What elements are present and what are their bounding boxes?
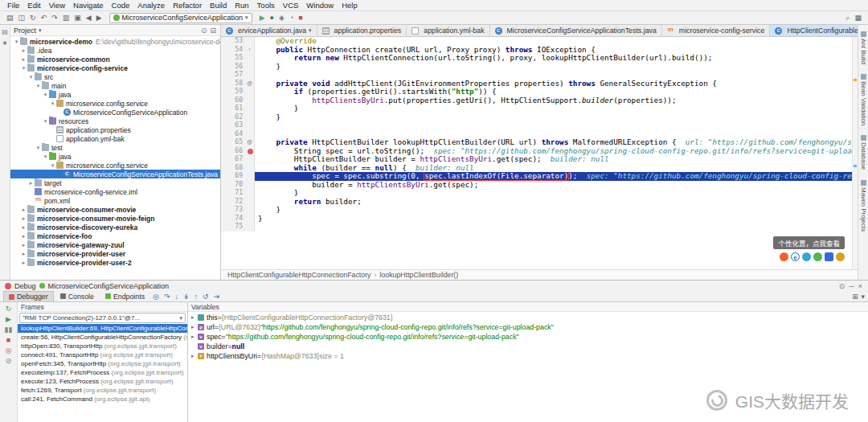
chevron-right-icon[interactable]: ▸ — [191, 351, 198, 361]
chevron-right-icon[interactable]: ▸ — [191, 332, 198, 342]
info-mark[interactable] — [854, 165, 857, 167]
frame-row-executeimp-137[interactable]: executeImp:137, FetchProcess (org.eclips… — [18, 368, 187, 377]
cut-icon[interactable]: ▥ — [61, 12, 72, 24]
debug-tab-endpoints[interactable]: Endpoints — [100, 291, 149, 301]
breakpoint-icon[interactable] — [248, 149, 253, 154]
tree-item-microserviceconfigserviceapplicationtests-java[interactable]: MicroserviceConfigServiceApplicationTest… — [10, 170, 220, 178]
debug-tab-console[interactable]: Console — [55, 291, 99, 301]
tab-microservice-config-service[interactable]: microservice-config-service — [662, 25, 771, 36]
frame-row-httpopen-830[interactable]: httpOpen:830, TransportHttp (org.eclipse… — [18, 342, 187, 350]
resume-icon[interactable]: ▶ — [6, 315, 11, 323]
gutter[interactable] — [245, 164, 255, 173]
chevron-right-icon[interactable]: ▸ — [20, 47, 27, 54]
menu-item-refactor[interactable]: Refactor — [169, 0, 206, 10]
code-text[interactable]: private HttpClientBuilder lookupHttpClie… — [255, 138, 858, 147]
chevron-right-icon[interactable]: ▸ — [191, 322, 198, 332]
gutter[interactable] — [245, 172, 255, 181]
tree-item-microservice-config-service[interactable]: ▾microservice.config.service — [10, 99, 220, 108]
variable-row-url[interactable]: ▸purl = {URL@7632} "https://github.com/f… — [188, 322, 868, 332]
annotation-icon[interactable]: @ — [245, 138, 255, 147]
code-text[interactable] — [255, 130, 858, 139]
pause-icon[interactable]: ▮▮ — [5, 326, 13, 334]
more-options-icon[interactable]: ▾ — [862, 293, 865, 301]
overrides-icon[interactable]: ↑ — [245, 46, 255, 55]
breadcrumb-item-httpclientconfigurablehttpconnectionfactory[interactable]: HttpClientConfigurableHttpConnectionFact… — [227, 271, 371, 279]
code-text[interactable]: } — [255, 189, 858, 198]
code-text[interactable]: httpClientsByUri.put(properties.getUri()… — [255, 96, 858, 105]
menu-item-view[interactable]: View — [45, 0, 69, 10]
thread-selector[interactable]: "RMI TCP Connection(2)-127.0.0.1"@7... ▾ — [19, 313, 186, 323]
code-text[interactable]: } — [255, 206, 858, 215]
chevron-right-icon[interactable]: ▸ — [20, 224, 27, 231]
code-text[interactable]: } — [255, 215, 858, 223]
code-text[interactable]: } — [255, 104, 858, 113]
frame-row-lookuphttpclientbuilder-69[interactable]: lookupHttpClientBuilder:69, HttpClientCo… — [18, 324, 187, 333]
code-text[interactable]: return builder; — [255, 198, 858, 207]
tree-item-microservice-consumer-movie-feign[interactable]: ▸microservice-consumer-movie-feign — [10, 214, 220, 223]
chevron-right-icon[interactable]: ▸ — [20, 56, 27, 63]
chevron-down-icon[interactable]: ▾ — [35, 83, 42, 89]
gutter[interactable] — [245, 54, 255, 63]
menu-item-navigate[interactable]: Navigate — [69, 0, 108, 10]
tree-item-idea[interactable]: ▸.idea — [10, 46, 220, 55]
chevron-right-icon[interactable]: ▸ — [20, 251, 27, 257]
settings-icon[interactable]: ⊙ — [200, 27, 208, 35]
gutter[interactable] — [245, 189, 255, 198]
tree-item-microservice-foo[interactable]: ▸microservice-foo — [10, 231, 220, 240]
code-text[interactable] — [255, 121, 858, 130]
frame-row-call-241[interactable]: call:241, FetchCommand (org.eclipse.jgit… — [18, 395, 187, 404]
code-text[interactable]: private void addHttpClient(JGitEnvironme… — [255, 80, 858, 88]
gutter[interactable] — [245, 71, 255, 80]
code-text[interactable]: if (properties.getUri().startsWith("http… — [255, 88, 858, 96]
tree-item-microserviceconfigserviceapplication[interactable]: MicroserviceConfigServiceApplication — [10, 108, 220, 117]
chevron-down-icon[interactable]: ▾ — [35, 145, 42, 151]
promo-icon-swirl[interactable] — [780, 252, 788, 261]
close-icon[interactable]: × — [858, 282, 863, 290]
tree-item-java[interactable]: ▾java — [10, 90, 220, 99]
coverage-icon[interactable]: ◈ — [277, 12, 286, 24]
stop-icon[interactable]: ■ — [6, 336, 10, 344]
run-config-combo[interactable]: MicroserviceConfigServiceApplication ▾ — [109, 13, 252, 23]
gutter[interactable] — [245, 215, 255, 223]
tree-item-microservice-config-service[interactable]: ▾microservice-config-service — [10, 64, 220, 72]
sync-icon[interactable]: ↻ — [28, 12, 38, 24]
redo-icon[interactable]: ↷ — [50, 12, 59, 24]
code-text[interactable]: @Override — [255, 37, 858, 46]
chevron-down-icon[interactable]: ▾ — [20, 65, 27, 72]
chevron-down-icon[interactable]: ▾ — [27, 74, 35, 80]
chevron-down-icon[interactable]: ▾ — [39, 27, 42, 34]
tree-item-microservice-discovery-eureka[interactable]: ▸microservice-discovery-eureka — [10, 223, 220, 231]
tree-item-microservice-gateway-zuul[interactable]: ▸microservice-gateway-zuul — [10, 240, 220, 249]
promo-icon-gold[interactable] — [836, 252, 845, 261]
tree-item-microservice-config-service[interactable]: ▾microservice.config.service — [10, 161, 220, 170]
tree-item-java[interactable]: ▾java — [10, 152, 220, 161]
frame-row-fetch-1269[interactable]: fetch:1269, Transport (org.eclipse.jgit.… — [18, 386, 187, 395]
debug-tab-debugger[interactable]: Debugger — [3, 291, 54, 301]
variable-row-this[interactable]: ▸this = {HttpClientConfigurableHttpConne… — [188, 313, 868, 322]
menu-item-window[interactable]: Window — [302, 0, 338, 10]
gutter[interactable] — [245, 181, 255, 190]
promo-icon-app[interactable] — [825, 252, 833, 261]
tree-item-microservice-common[interactable]: ▸microservice-common — [10, 55, 220, 64]
show-execution-point-icon[interactable]: ◎ — [151, 293, 161, 301]
chevron-down-icon[interactable]: ▾ — [42, 154, 49, 160]
stop-icon[interactable]: ■ — [297, 12, 304, 24]
chevron-right-icon[interactable]: ▸ — [20, 215, 27, 222]
tree-item-pom-xml[interactable]: pom.xml — [10, 196, 220, 205]
gutter[interactable] — [245, 206, 255, 215]
menu-item-file[interactable]: File — [3, 0, 23, 10]
step-over-icon[interactable]: ↷ — [162, 293, 172, 301]
drop-frame-icon[interactable]: ↺ — [201, 293, 211, 301]
promo-icon-chrome[interactable] — [802, 252, 811, 261]
copy-icon[interactable]: ▣ — [72, 12, 83, 24]
chevron-down-icon[interactable]: ▾ — [309, 27, 312, 34]
run-to-cursor-icon[interactable]: ⇥ — [212, 293, 222, 301]
tab-application-yml-bak[interactable]: application.yml-bak — [407, 25, 489, 36]
mute-breakpoints-icon[interactable]: ⊘ — [6, 357, 12, 365]
layout-settings-icon[interactable]: ⊞ — [852, 293, 858, 301]
code-text[interactable]: builder = httpClientsByUri.get(spec); — [255, 181, 858, 190]
tab-erviceapplication-java[interactable]: erviceApplication.java▾ — [221, 25, 317, 36]
code-area[interactable]: 53 @Override54↑ public HttpConnection cr… — [221, 37, 858, 269]
open-project-icon[interactable]: ▤ — [5, 12, 15, 24]
code-text[interactable] — [255, 223, 858, 231]
